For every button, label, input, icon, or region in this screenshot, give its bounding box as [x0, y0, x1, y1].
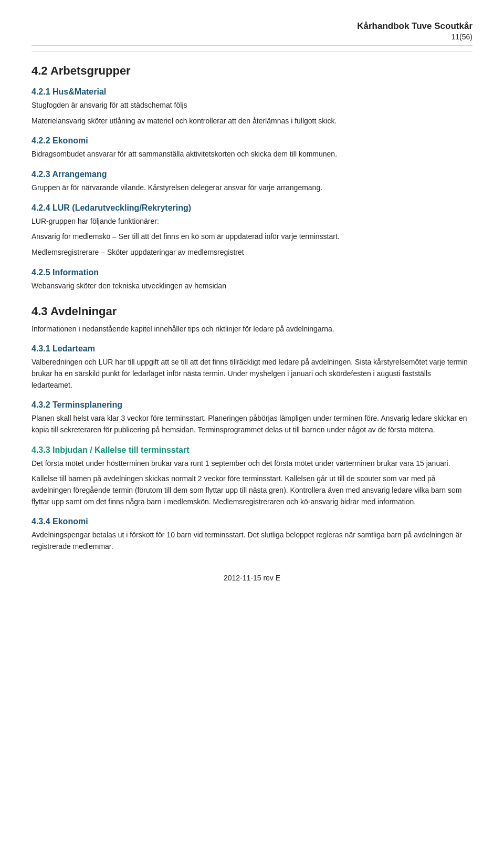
para-s4_3_3-0: Det första mötet under höstterminen bruk… — [32, 458, 472, 470]
para-s4_2_5-0: Webansvarig sköter den tekniska utveckli… — [32, 281, 472, 292]
page-footer: 2012-11-15 rev E — [32, 574, 472, 582]
para-s4_2_3-0: Gruppen är för närvarande vilande. Kårst… — [32, 182, 472, 194]
heading-s4_3_1: 4.3.1 Ledarteam — [32, 344, 472, 354]
para-s4_2_4-1: Ansvarig för medlemskö – Ser till att de… — [32, 231, 472, 243]
para-s4_2_4-0: LUR-gruppen har följande funktionärer: — [32, 216, 472, 227]
header-right: Kårhandbok Tuve Scoutkår 11(56) — [357, 21, 472, 41]
para-s4_3_1-0: Valberedningen och LUR har till uppgift … — [32, 357, 472, 391]
para-s4_2_4-2: Medlemsregistrerare – Sköter uppdatering… — [32, 247, 472, 258]
para-s4_2_2-0: Bidragsombudet ansvarar för att sammanst… — [32, 149, 472, 160]
header-page: 11(56) — [357, 33, 472, 41]
page-header: Kårhandbok Tuve Scoutkår 11(56) — [32, 21, 472, 46]
heading-s4_2_1: 4.2.1 Hus&Material — [32, 87, 472, 97]
para-s4_3_2-0: Planen skall helst vara klar 3 veckor fö… — [32, 413, 472, 435]
para-s4_2_1-1: Materielansvarig sköter utlåning av mate… — [32, 116, 472, 127]
page-container: Kårhandbok Tuve Scoutkår 11(56) 4.2 Arbe… — [0, 0, 504, 841]
section-s4_3_4: 4.3.4 EkonomiAvdelningspengar betalas ut… — [32, 517, 472, 552]
heading-s4_3_2: 4.3.2 Terminsplanering — [32, 400, 472, 410]
para-s4_2_1-0: Stugfogden är ansvarig för att städschem… — [32, 100, 472, 111]
main-content: 4.2 Arbetsgrupper4.2.1 Hus&MaterialStugf… — [32, 64, 472, 553]
para-s4_3-0: Informationen i nedanstående kapitel inn… — [32, 324, 472, 335]
header-divider — [32, 51, 472, 51]
heading-s4_3: 4.3 Avdelningar — [32, 305, 472, 318]
heading-s4_2_3: 4.2.3 Arrangemang — [32, 170, 472, 179]
heading-s4_2_2: 4.2.2 Ekonomi — [32, 136, 472, 146]
heading-s4_2_4: 4.2.4 LUR (Ledarutveckling/Rekrytering) — [32, 203, 472, 213]
header-title: Kårhandbok Tuve Scoutkår — [357, 21, 472, 32]
heading-s4_2: 4.2 Arbetsgrupper — [32, 64, 472, 78]
section-s4_2_4: 4.2.4 LUR (Ledarutveckling/Rekrytering)L… — [32, 203, 472, 258]
heading-s4_3_3: 4.3.3 Inbjudan / Kallelse till terminsst… — [32, 445, 472, 455]
para-s4_3_4-0: Avdelningspengar betalas ut i förskott f… — [32, 529, 472, 552]
heading-s4_2_5: 4.2.5 Information — [32, 268, 472, 277]
heading-s4_3_4: 4.3.4 Ekonomi — [32, 517, 472, 526]
section-s4_2_2: 4.2.2 EkonomiBidragsombudet ansvarar för… — [32, 136, 472, 160]
section-s4_2: 4.2 Arbetsgrupper — [32, 64, 472, 78]
footer-text: 2012-11-15 rev E — [224, 574, 280, 582]
section-s4_2_3: 4.2.3 ArrangemangGruppen är för närvaran… — [32, 170, 472, 194]
section-s4_2_1: 4.2.1 Hus&MaterialStugfogden är ansvarig… — [32, 87, 472, 127]
section-s4_3: 4.3 AvdelningarInformationen i nedanståe… — [32, 305, 472, 335]
section-s4_2_5: 4.2.5 InformationWebansvarig sköter den … — [32, 268, 472, 292]
section-s4_3_1: 4.3.1 LedarteamValberedningen och LUR ha… — [32, 344, 472, 391]
section-s4_3_3: 4.3.3 Inbjudan / Kallelse till terminsst… — [32, 445, 472, 508]
section-s4_3_2: 4.3.2 TerminsplaneringPlanen skall helst… — [32, 400, 472, 435]
para-s4_3_3-1: Kallelse till barnen på avdelningen skic… — [32, 473, 472, 507]
